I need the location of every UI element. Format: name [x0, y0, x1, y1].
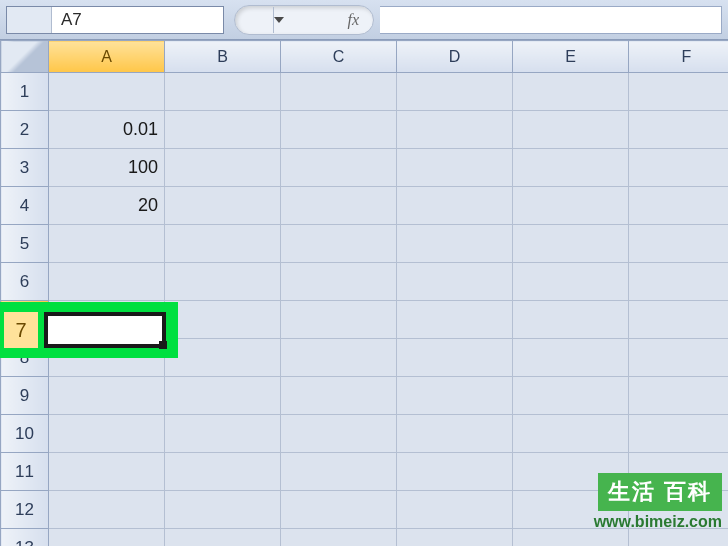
cell-E10[interactable]	[513, 415, 629, 453]
cell-C12[interactable]	[281, 491, 397, 529]
cell-F9[interactable]	[629, 377, 729, 415]
cell-B5[interactable]	[165, 225, 281, 263]
cell-C10[interactable]	[281, 415, 397, 453]
cell-B13[interactable]	[165, 529, 281, 547]
cell-D11[interactable]	[397, 453, 513, 491]
cell-C7[interactable]	[281, 301, 397, 339]
cell-C9[interactable]	[281, 377, 397, 415]
row-header-10[interactable]: 10	[1, 415, 49, 453]
cell-E5[interactable]	[513, 225, 629, 263]
cell-D2[interactable]	[397, 111, 513, 149]
row-header-6[interactable]: 6	[1, 263, 49, 301]
row-header-1[interactable]: 1	[1, 73, 49, 111]
cell-D10[interactable]	[397, 415, 513, 453]
cell-B7[interactable]	[165, 301, 281, 339]
cell-F4[interactable]	[629, 187, 729, 225]
cell-A3[interactable]: 100	[49, 149, 165, 187]
cell-C5[interactable]	[281, 225, 397, 263]
cell-B4[interactable]	[165, 187, 281, 225]
cell-E3[interactable]	[513, 149, 629, 187]
cell-D4[interactable]	[397, 187, 513, 225]
cell-C4[interactable]	[281, 187, 397, 225]
row-header-4[interactable]: 4	[1, 187, 49, 225]
cell-F6[interactable]	[629, 263, 729, 301]
cell-A13[interactable]	[49, 529, 165, 547]
cell-A11[interactable]	[49, 453, 165, 491]
row-header-11[interactable]: 11	[1, 453, 49, 491]
chevron-down-icon	[274, 17, 284, 23]
cell-E7[interactable]	[513, 301, 629, 339]
cell-B2[interactable]	[165, 111, 281, 149]
cell-C8[interactable]	[281, 339, 397, 377]
cell-B9[interactable]	[165, 377, 281, 415]
cell-A4[interactable]: 20	[49, 187, 165, 225]
cell-B11[interactable]	[165, 453, 281, 491]
cell-D6[interactable]	[397, 263, 513, 301]
cell-F13[interactable]	[629, 529, 729, 547]
row-header-13[interactable]: 13	[1, 529, 49, 547]
cell-D7[interactable]	[397, 301, 513, 339]
cell-B12[interactable]	[165, 491, 281, 529]
col-header-F[interactable]: F	[629, 41, 729, 73]
selected-cell-indicator[interactable]	[44, 312, 166, 348]
cell-D9[interactable]	[397, 377, 513, 415]
cell-D13[interactable]	[397, 529, 513, 547]
cell-C11[interactable]	[281, 453, 397, 491]
spreadsheet-grid: A B C D E F 1 20.01 3100 420 5 6 7 8 9 1…	[0, 40, 728, 546]
cell-C6[interactable]	[281, 263, 397, 301]
cell-A1[interactable]	[49, 73, 165, 111]
cell-D1[interactable]	[397, 73, 513, 111]
cell-D3[interactable]	[397, 149, 513, 187]
cell-F2[interactable]	[629, 111, 729, 149]
watermark-url: www.bimeiz.com	[594, 513, 722, 531]
cell-A9[interactable]	[49, 377, 165, 415]
cell-E2[interactable]	[513, 111, 629, 149]
cell-E13[interactable]	[513, 529, 629, 547]
cell-A10[interactable]	[49, 415, 165, 453]
name-box-dropdown[interactable]	[273, 7, 284, 33]
col-header-B[interactable]: B	[165, 41, 281, 73]
cell-B6[interactable]	[165, 263, 281, 301]
cell-E6[interactable]	[513, 263, 629, 301]
cell-C13[interactable]	[281, 529, 397, 547]
watermark: 生活 百科 www.bimeiz.com	[594, 473, 722, 531]
cell-C1[interactable]	[281, 73, 397, 111]
formula-input[interactable]	[380, 6, 722, 34]
row-header-2[interactable]: 2	[1, 111, 49, 149]
name-box-input[interactable]	[7, 10, 273, 30]
cell-B3[interactable]	[165, 149, 281, 187]
name-box-container[interactable]	[6, 6, 224, 34]
select-all-corner[interactable]	[1, 41, 49, 73]
cell-D8[interactable]	[397, 339, 513, 377]
col-header-D[interactable]: D	[397, 41, 513, 73]
cell-F10[interactable]	[629, 415, 729, 453]
cell-A12[interactable]	[49, 491, 165, 529]
cell-B1[interactable]	[165, 73, 281, 111]
row-header-3[interactable]: 3	[1, 149, 49, 187]
cell-A2[interactable]: 0.01	[49, 111, 165, 149]
row-header-12[interactable]: 12	[1, 491, 49, 529]
cell-E8[interactable]	[513, 339, 629, 377]
col-header-C[interactable]: C	[281, 41, 397, 73]
cell-F8[interactable]	[629, 339, 729, 377]
row-header-9[interactable]: 9	[1, 377, 49, 415]
row-header-5[interactable]: 5	[1, 225, 49, 263]
cell-F1[interactable]	[629, 73, 729, 111]
cell-F5[interactable]	[629, 225, 729, 263]
cell-C3[interactable]	[281, 149, 397, 187]
cell-E9[interactable]	[513, 377, 629, 415]
cell-D12[interactable]	[397, 491, 513, 529]
cell-E4[interactable]	[513, 187, 629, 225]
cell-B8[interactable]	[165, 339, 281, 377]
cell-A6[interactable]	[49, 263, 165, 301]
cell-E1[interactable]	[513, 73, 629, 111]
cell-A5[interactable]	[49, 225, 165, 263]
watermark-badge: 生活 百科	[598, 473, 722, 511]
cell-C2[interactable]	[281, 111, 397, 149]
cell-F7[interactable]	[629, 301, 729, 339]
cell-F3[interactable]	[629, 149, 729, 187]
cell-B10[interactable]	[165, 415, 281, 453]
col-header-E[interactable]: E	[513, 41, 629, 73]
col-header-A[interactable]: A	[49, 41, 165, 73]
cell-D5[interactable]	[397, 225, 513, 263]
